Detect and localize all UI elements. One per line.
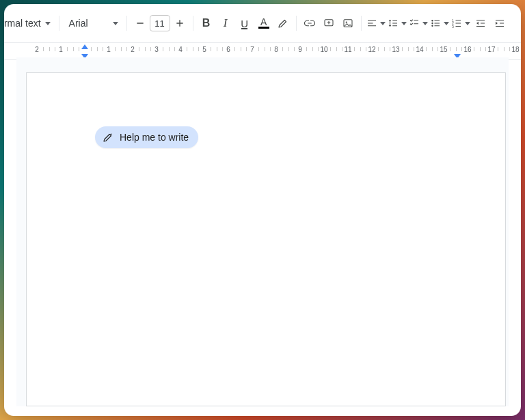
bold-button[interactable]: B <box>198 13 215 33</box>
bold-glyph: B <box>202 17 211 29</box>
text-color-glyph: A <box>260 18 267 26</box>
chevron-down-icon <box>380 22 386 25</box>
chevron-down-icon <box>422 22 428 25</box>
document-viewport: Help me to write <box>16 57 509 406</box>
insert-link-button[interactable] <box>301 13 319 33</box>
link-icon <box>304 17 316 29</box>
first-line-indent-marker[interactable] <box>81 44 88 49</box>
bulleted-list-dropdown[interactable] <box>429 13 449 33</box>
line-spacing-icon <box>387 17 399 29</box>
ruler-label: 15 <box>440 46 447 53</box>
highlight-color-button[interactable] <box>274 13 292 33</box>
ruler-label: 12 <box>368 46 375 53</box>
ruler-label: 13 <box>392 46 399 53</box>
bulleted-list-icon <box>429 17 442 29</box>
font-size-input[interactable]: 11 <box>150 15 170 31</box>
numbered-list-dropdown[interactable]: 123 <box>450 13 470 33</box>
ruler-tick <box>91 47 92 51</box>
ruler-label: 4 <box>178 46 183 53</box>
ruler-label: 18 <box>511 46 519 53</box>
paragraph-style-label: Normal text <box>4 18 41 29</box>
ruler-label: 1 <box>59 46 63 53</box>
document-page[interactable]: Help me to write <box>26 72 506 406</box>
ruler-label: 16 <box>463 46 471 53</box>
insert-image-button[interactable] <box>339 13 357 33</box>
svg-point-18 <box>431 23 433 24</box>
underline-button[interactable]: U <box>236 13 254 33</box>
ruler-label: 2 <box>131 46 135 53</box>
text-color-button[interactable]: A <box>255 13 273 33</box>
ruler-tick <box>169 47 170 51</box>
numbered-list-icon: 123 <box>450 17 463 29</box>
help-me-write-label: Help me to write <box>120 132 189 143</box>
increase-font-size-button[interactable] <box>171 13 189 33</box>
text-color-swatch <box>258 27 269 29</box>
ruler-tick <box>193 47 193 51</box>
ruler-tick <box>342 47 342 51</box>
ruler-tick <box>378 47 379 51</box>
decrease-indent-button[interactable] <box>472 13 489 33</box>
ruler-tick <box>336 47 337 51</box>
ruler-tick <box>150 47 151 51</box>
font-family-label: Arial <box>69 18 88 29</box>
ruler-tick <box>330 47 331 51</box>
ruler-tick <box>432 47 433 51</box>
ruler-tick <box>312 47 313 51</box>
ruler-tick <box>97 47 98 51</box>
toolbar-separator <box>126 16 127 31</box>
checklist-icon <box>408 17 420 29</box>
ruler-tick <box>485 47 486 51</box>
ruler-tick <box>450 47 450 51</box>
ruler-label: 2 <box>35 46 39 53</box>
ruler-tick <box>318 47 319 51</box>
ruler-tick <box>79 47 79 51</box>
checklist-dropdown[interactable] <box>408 13 428 33</box>
line-spacing-dropdown[interactable] <box>387 13 407 33</box>
svg-text:3: 3 <box>452 25 454 29</box>
ruler-label: 7 <box>250 46 254 53</box>
chevron-down-icon <box>113 22 118 25</box>
ruler-tick <box>115 47 116 51</box>
ruler-tick <box>67 47 68 51</box>
ruler-tick <box>73 47 74 51</box>
paragraph-style-dropdown[interactable]: Normal text <box>4 13 55 33</box>
ruler-tick <box>414 47 414 51</box>
ruler-tick <box>366 47 366 51</box>
chevron-down-icon <box>401 22 407 25</box>
toolbar-separator <box>193 16 193 31</box>
ruler-tick <box>498 47 498 51</box>
highlighter-icon <box>277 17 289 29</box>
ruler-tick <box>426 47 427 51</box>
comment-plus-icon <box>323 17 335 29</box>
toolbar-separator <box>361 16 362 31</box>
ruler-tick <box>408 47 409 51</box>
ruler-tick <box>163 47 163 51</box>
ruler-tick <box>55 47 55 51</box>
add-comment-button[interactable] <box>320 13 338 33</box>
font-family-dropdown[interactable]: Arial <box>64 13 122 33</box>
chevron-down-icon <box>45 22 51 25</box>
increase-indent-button[interactable] <box>491 13 509 33</box>
ruler-tick <box>246 47 247 51</box>
ruler-label: 11 <box>344 46 351 53</box>
ruler-tick <box>360 47 361 51</box>
indent-increase-icon <box>494 17 506 29</box>
ruler-tick <box>390 47 390 51</box>
toolbar-separator <box>59 16 59 31</box>
help-me-write-chip[interactable]: Help me to write <box>95 126 198 148</box>
ruler-tick <box>509 47 510 51</box>
ruler-tick <box>222 47 223 51</box>
svg-point-19 <box>431 25 433 27</box>
svg-point-7 <box>345 21 347 23</box>
plus-icon <box>174 18 185 29</box>
italic-button[interactable]: I <box>217 13 234 33</box>
ruler-tick <box>504 47 504 51</box>
align-dropdown[interactable] <box>366 13 386 33</box>
ruler-tick <box>241 47 241 51</box>
ruler-label: 1 <box>107 46 111 53</box>
decrease-font-size-button[interactable] <box>131 13 149 33</box>
underline-glyph: U <box>241 18 248 29</box>
ruler-label: 17 <box>487 46 495 53</box>
ruler-tick <box>103 47 103 51</box>
svg-point-17 <box>431 20 433 21</box>
